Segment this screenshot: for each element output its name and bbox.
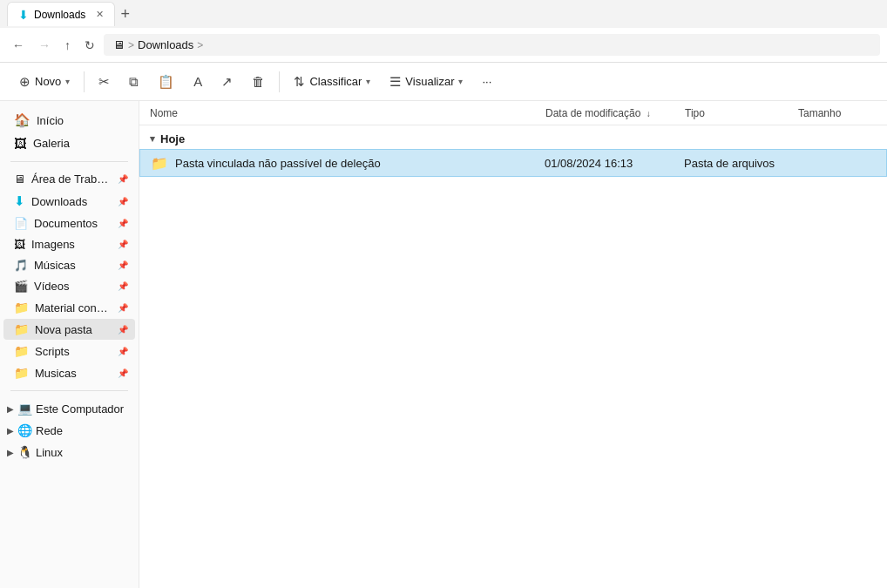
address-path[interactable]: 🖥 > Downloads > xyxy=(104,34,880,56)
col-type-header[interactable]: Tipo xyxy=(685,107,798,119)
toolbar-separator-1 xyxy=(84,71,85,92)
pin-icon-imagens: 📌 xyxy=(118,240,128,249)
sidebar-divider-2 xyxy=(10,390,128,391)
content-area: Nome Data de modificação ↓ Tipo Tamanho … xyxy=(139,101,887,588)
group-label-hoje: Hoje xyxy=(160,132,185,145)
address-bar: ← → ↑ ↻ 🖥 > Downloads > xyxy=(0,28,887,63)
sidebar-item-este-computador[interactable]: ▶ 💻 Este Computador xyxy=(3,398,135,419)
rename-icon: A xyxy=(193,74,202,89)
computador-icon: 💻 xyxy=(17,402,32,416)
sidebar-item-linux[interactable]: ▶ 🐧 Linux xyxy=(3,442,135,463)
pin-icon-musicas: 📌 xyxy=(118,260,128,270)
browser-tab[interactable]: ⬇ Downloads ✕ xyxy=(7,2,115,26)
pin-icon-material: 📌 xyxy=(118,303,128,313)
classificar-sort-icon: ⇅ xyxy=(294,74,305,90)
sidebar-item-inicio[interactable]: 🏠 Início xyxy=(3,109,135,132)
videos-icon: 🎬 xyxy=(14,280,28,293)
visualizar-arrow-icon: ▾ xyxy=(458,77,463,86)
pin-icon-scripts: 📌 xyxy=(118,347,128,356)
novo-plus-icon: ⊕ xyxy=(19,74,30,90)
sidebar-item-material[interactable]: 📁 Material conceit 📌 xyxy=(3,297,135,318)
more-button[interactable]: ··· xyxy=(473,70,500,93)
desktop-icon: 🖥 xyxy=(14,172,25,186)
galeria-label: Galeria xyxy=(33,137,128,150)
expand-arrow-rede: ▶ xyxy=(7,426,14,436)
novo-label: Novo xyxy=(35,75,61,88)
rename-button[interactable]: A xyxy=(185,69,211,94)
pin-icon-downloads: 📌 xyxy=(118,197,128,206)
sidebar-item-documentos[interactable]: 📄 Documentos 📌 xyxy=(3,213,135,233)
visualizar-view-icon: ☰ xyxy=(389,74,401,90)
refresh-button[interactable]: ↻ xyxy=(79,35,100,56)
inicio-icon: 🏠 xyxy=(14,112,30,128)
pin-icon-nova-pasta: 📌 xyxy=(118,325,128,335)
sidebar-item-galeria[interactable]: 🖼 Galeria xyxy=(3,132,135,154)
new-tab-button[interactable]: + xyxy=(120,5,130,24)
novo-button[interactable]: ⊕ Novo ▾ xyxy=(10,69,78,95)
tab-label: Downloads xyxy=(34,9,85,21)
galeria-icon: 🖼 xyxy=(14,136,27,151)
delete-icon: 🗑 xyxy=(252,74,265,89)
up-button[interactable]: ↑ xyxy=(59,35,76,56)
monitor-icon: 🖥 xyxy=(113,38,125,51)
col-sort-icon: ↓ xyxy=(647,109,651,118)
paste-button[interactable]: 📋 xyxy=(149,69,183,95)
musicas2-icon: 📁 xyxy=(14,366,29,380)
more-icon: ··· xyxy=(482,75,491,88)
path-separator-2: > xyxy=(197,39,203,51)
nova-pasta-label: Nova pasta xyxy=(35,323,112,336)
computador-label: Este Computador xyxy=(36,402,128,416)
sidebar-item-musicas[interactable]: 🎵 Músicas 📌 xyxy=(3,255,135,275)
col-date-header[interactable]: Data de modificação ↓ xyxy=(545,107,685,119)
toolbar-separator-2 xyxy=(279,71,280,92)
paste-icon: 📋 xyxy=(158,74,174,90)
col-size-label: Tamanho xyxy=(798,107,841,119)
toolbar: ⊕ Novo ▾ ✂ ⧉ 📋 A ↗ 🗑 ⇅ Classificar ▾ ☰ V… xyxy=(0,63,887,101)
linux-label: Linux xyxy=(36,446,128,459)
sidebar-divider-1 xyxy=(10,161,128,162)
file-row[interactable]: 📁 Pasta vinculada não passível de deleçã… xyxy=(139,149,887,177)
col-date-label: Data de modificação xyxy=(545,107,640,119)
tab-close-button[interactable]: ✕ xyxy=(96,9,104,20)
delete-button[interactable]: 🗑 xyxy=(243,69,274,94)
classificar-button[interactable]: ⇅ Classificar ▾ xyxy=(285,69,379,95)
musicas-icon: 🎵 xyxy=(14,259,28,272)
sidebar-item-videos[interactable]: 🎬 Vídeos 📌 xyxy=(3,276,135,296)
sidebar-item-desktop[interactable]: 🖥 Área de Trabalho 📌 xyxy=(3,169,135,189)
sidebar-item-scripts[interactable]: 📁 Scripts 📌 xyxy=(3,341,135,362)
column-headers: Nome Data de modificação ↓ Tipo Tamanho xyxy=(139,101,887,125)
novo-arrow-icon: ▾ xyxy=(65,77,70,86)
col-type-label: Tipo xyxy=(685,107,705,119)
scripts-icon: 📁 xyxy=(14,344,29,358)
material-icon: 📁 xyxy=(14,301,29,314)
col-size-header[interactable]: Tamanho xyxy=(798,107,877,119)
rede-icon: 🌐 xyxy=(17,423,32,437)
linux-icon: 🐧 xyxy=(17,445,32,459)
group-header-hoje: ▾ Hoje xyxy=(139,125,887,149)
file-name: Pasta vinculada não passível de deleção xyxy=(175,157,545,170)
col-name-header[interactable]: Nome xyxy=(150,107,545,119)
share-button[interactable]: ↗ xyxy=(213,69,241,95)
copy-button[interactable]: ⧉ xyxy=(120,69,147,95)
desktop-label: Área de Trabalho xyxy=(31,172,112,186)
sidebar-item-downloads[interactable]: ⬇ Downloads 📌 xyxy=(3,190,135,213)
sidebar-item-imagens[interactable]: 🖼 Imagens 📌 xyxy=(3,234,135,254)
pin-icon-videos: 📌 xyxy=(118,281,128,291)
group-chevron-hoje[interactable]: ▾ xyxy=(150,133,155,145)
documentos-label: Documentos xyxy=(34,217,112,230)
sidebar-item-nova-pasta[interactable]: 📁 Nova pasta 📌 xyxy=(3,319,135,340)
downloads-sidebar-icon: ⬇ xyxy=(14,193,25,209)
sidebar-item-rede[interactable]: ▶ 🌐 Rede xyxy=(3,420,135,441)
visualizar-button[interactable]: ☰ Visualizar ▾ xyxy=(381,69,471,95)
back-button[interactable]: ← xyxy=(7,35,30,56)
documentos-icon: 📄 xyxy=(14,217,28,230)
imagens-icon: 🖼 xyxy=(14,238,25,251)
musicas-label: Músicas xyxy=(34,259,112,272)
downloads-label: Downloads xyxy=(31,195,112,208)
cut-button[interactable]: ✂ xyxy=(90,69,118,95)
imagens-label: Imagens xyxy=(31,238,112,251)
title-bar: ⬇ Downloads ✕ + xyxy=(0,0,887,28)
forward-button[interactable]: → xyxy=(33,35,56,56)
tab-download-icon: ⬇ xyxy=(18,8,29,22)
sidebar-item-musicas2[interactable]: 📁 Musicas 📌 xyxy=(3,362,135,383)
